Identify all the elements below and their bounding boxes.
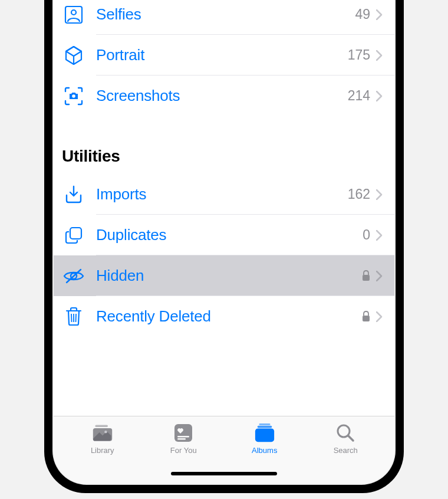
for-you-icon <box>173 422 194 444</box>
svg-rect-17 <box>259 424 270 425</box>
album-count: 49 <box>355 6 370 22</box>
svg-rect-19 <box>255 428 274 442</box>
svg-line-21 <box>348 436 353 441</box>
tab-label: Library <box>91 446 114 455</box>
tab-label: For You <box>170 446 197 455</box>
duplicates-icon <box>61 222 87 248</box>
album-label: Selfies <box>96 5 355 24</box>
album-row-imports[interactable]: Imports 162 <box>54 174 394 215</box>
album-label: Screenshots <box>96 87 348 105</box>
svg-rect-6 <box>363 275 370 281</box>
chevron-right-icon <box>376 9 383 20</box>
chevron-right-icon <box>376 91 383 101</box>
tab-for-you[interactable]: For You <box>154 422 213 455</box>
selfies-icon <box>61 2 87 28</box>
search-icon <box>335 422 356 444</box>
album-row-recently-deleted[interactable]: Recently Deleted <box>54 296 394 337</box>
home-indicator[interactable] <box>171 472 277 475</box>
tab-label: Search <box>334 446 358 455</box>
svg-point-2 <box>72 94 75 98</box>
album-count: 0 <box>363 227 370 243</box>
album-row-selfies[interactable]: Selfies 49 <box>54 0 394 35</box>
chevron-right-icon <box>376 50 383 61</box>
albums-icon <box>254 422 275 444</box>
album-row-portrait[interactable]: Portrait 175 <box>54 35 394 75</box>
album-row-screenshots[interactable]: Screenshots 214 <box>54 75 394 116</box>
phone-frame: Selfies 49 Po <box>44 0 404 493</box>
chevron-right-icon <box>376 311 383 322</box>
albums-content: Selfies 49 Po <box>54 0 394 416</box>
tab-search[interactable]: Search <box>316 422 375 455</box>
tab-label: Albums <box>252 446 277 455</box>
chevron-right-icon <box>376 230 383 241</box>
svg-rect-18 <box>257 426 272 428</box>
chevron-right-icon <box>376 189 383 200</box>
album-count: 162 <box>348 186 370 202</box>
svg-line-5 <box>67 270 81 283</box>
portrait-icon <box>61 42 87 68</box>
svg-rect-11 <box>95 425 108 428</box>
tab-albums[interactable]: Albums <box>235 422 294 455</box>
svg-line-7 <box>71 314 72 322</box>
album-label: Hidden <box>96 267 362 285</box>
hidden-icon <box>61 263 87 289</box>
album-label: Imports <box>96 185 348 203</box>
lock-icon <box>362 311 370 323</box>
album-label: Portrait <box>96 46 348 64</box>
screen: Selfies 49 Po <box>54 0 394 484</box>
album-count: 214 <box>348 88 370 104</box>
svg-rect-10 <box>363 316 370 321</box>
svg-rect-3 <box>70 228 81 239</box>
tab-library[interactable]: Library <box>73 422 132 455</box>
chevron-right-icon <box>376 271 383 281</box>
album-row-duplicates[interactable]: Duplicates 0 <box>54 215 394 255</box>
library-icon <box>92 422 113 444</box>
lock-icon <box>362 270 370 282</box>
svg-rect-16 <box>177 438 186 440</box>
phone-inner: Selfies 49 Po <box>52 0 396 485</box>
trash-icon <box>61 304 87 330</box>
svg-point-13 <box>104 431 107 434</box>
tab-bar: Library For You <box>54 416 394 484</box>
screenshots-icon <box>61 83 87 109</box>
svg-line-9 <box>76 314 77 322</box>
album-label: Recently Deleted <box>96 307 362 326</box>
svg-point-1 <box>71 10 76 15</box>
section-header-utilities: Utilities <box>54 116 394 174</box>
album-row-hidden[interactable]: Hidden <box>54 255 394 296</box>
imports-icon <box>61 182 87 208</box>
svg-rect-15 <box>177 436 189 438</box>
album-label: Duplicates <box>96 226 363 244</box>
album-count: 175 <box>348 47 370 63</box>
